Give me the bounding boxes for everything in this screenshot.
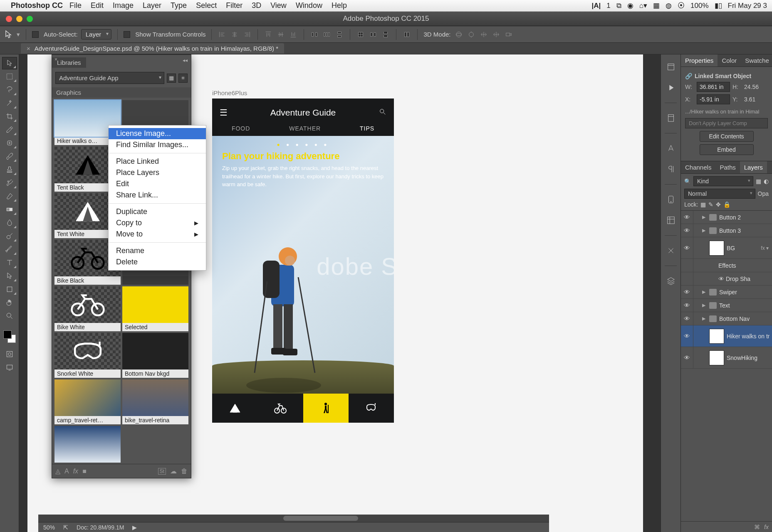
library-item[interactable]: camp_travel-ret… bbox=[54, 379, 121, 424]
library-item[interactable]: Selected bbox=[122, 286, 188, 331]
context-menu-item[interactable]: Duplicate bbox=[109, 206, 206, 217]
layer-row[interactable]: 👁▶Button 2 bbox=[681, 211, 772, 224]
para-icon[interactable] bbox=[665, 163, 677, 175]
battery-icon[interactable]: ▮▯ bbox=[715, 1, 722, 10]
menu-3d[interactable]: 3D bbox=[252, 1, 261, 10]
menu-file[interactable]: File bbox=[69, 1, 82, 10]
lock-pos-icon[interactable]: ✥ bbox=[716, 201, 721, 208]
minimize-icon[interactable] bbox=[16, 16, 22, 22]
prop-w-input[interactable] bbox=[697, 82, 730, 92]
library-selector[interactable]: Adventure Guide App bbox=[55, 72, 164, 84]
marquee-tool[interactable] bbox=[2, 70, 17, 83]
add-char-icon[interactable]: A bbox=[64, 468, 69, 475]
h-scrollbar[interactable] bbox=[38, 515, 549, 522]
add-graphic-icon[interactable]: ◬ bbox=[55, 467, 60, 475]
tab-paths[interactable]: Paths bbox=[715, 161, 740, 173]
library-item[interactable]: bike_travel-retina bbox=[122, 379, 188, 424]
layer-row[interactable]: 👁▶Swiper bbox=[681, 286, 772, 299]
visibility-icon[interactable]: 👁 bbox=[681, 312, 693, 325]
edit-contents-button[interactable]: Edit Contents bbox=[700, 131, 754, 142]
tab-properties[interactable]: Properties bbox=[681, 54, 718, 66]
notif-badge[interactable]: 1 bbox=[606, 2, 610, 10]
dist-1-icon[interactable] bbox=[310, 30, 319, 39]
prop-x-input[interactable] bbox=[697, 94, 730, 104]
document-tab[interactable]: × AdventureGuide_DesignSpace.psd @ 50% (… bbox=[21, 43, 284, 54]
pen-tool[interactable] bbox=[2, 243, 17, 256]
tab-layers[interactable]: Layers bbox=[740, 161, 767, 173]
align-left-icon[interactable] bbox=[218, 30, 227, 39]
h-scroll-thumb[interactable] bbox=[283, 516, 358, 521]
clock[interactable]: Fri May 29 3 bbox=[728, 2, 767, 10]
layer-row[interactable]: 👁Drop Sha bbox=[681, 272, 772, 286]
type-tool[interactable] bbox=[2, 256, 17, 269]
context-menu-item[interactable]: Share Link... bbox=[109, 190, 206, 201]
roll-icon[interactable] bbox=[467, 30, 476, 39]
visibility-icon[interactable]: 👁 bbox=[681, 211, 693, 224]
expose-icon[interactable]: ⇱ bbox=[63, 524, 68, 531]
menu-view[interactable]: View bbox=[270, 1, 287, 10]
dodge-tool[interactable] bbox=[2, 230, 17, 242]
list-view-icon[interactable]: ≡ bbox=[178, 74, 188, 83]
globe-icon[interactable]: ◍ bbox=[666, 1, 672, 10]
panel-close-icon[interactable]: × bbox=[54, 57, 57, 62]
stamp-tool[interactable] bbox=[2, 163, 17, 176]
gradient-tool[interactable] bbox=[2, 203, 17, 216]
blur-tool[interactable] bbox=[2, 217, 17, 229]
context-menu-item[interactable]: Find Similar Images... bbox=[109, 139, 206, 150]
trash-icon[interactable]: 🗑 bbox=[181, 468, 188, 475]
filter-pixel-icon[interactable]: ▦ bbox=[756, 178, 761, 185]
lock-all-icon[interactable]: 🔒 bbox=[723, 201, 730, 208]
tab-swatches[interactable]: Swatche bbox=[741, 54, 772, 66]
grid-icon[interactable]: ▦ bbox=[653, 1, 660, 10]
context-menu-item[interactable]: Delete bbox=[109, 256, 206, 268]
heal-tool[interactable] bbox=[2, 137, 17, 149]
tab-channels[interactable]: Channels bbox=[681, 161, 715, 173]
auto-select-checkbox[interactable] bbox=[32, 31, 39, 38]
align-top-icon[interactable] bbox=[264, 30, 273, 39]
cc-icon[interactable]: ◉ bbox=[627, 1, 633, 10]
wand-tool[interactable] bbox=[2, 97, 17, 109]
dist-2-icon[interactable] bbox=[322, 30, 332, 39]
orbit-icon[interactable] bbox=[454, 30, 463, 39]
grid-view-icon[interactable]: ▦ bbox=[167, 74, 176, 83]
library-item[interactable]: Bottom Nav bkgd bbox=[122, 333, 188, 378]
battery-percent[interactable]: 100% bbox=[690, 2, 708, 10]
visibility-icon[interactable] bbox=[681, 259, 693, 272]
zoom-level[interactable]: 50% bbox=[43, 524, 55, 531]
context-menu[interactable]: License Image...Find Similar Images...Pl… bbox=[108, 125, 206, 271]
context-menu-item[interactable]: Copy to▶ bbox=[109, 217, 206, 229]
context-menu-item[interactable]: Move to▶ bbox=[109, 229, 206, 240]
panel-collapse-icon[interactable]: ◂◂ bbox=[183, 57, 188, 63]
wifi-icon[interactable]: ⦿ bbox=[678, 2, 685, 10]
context-menu-item[interactable]: Place Linked bbox=[109, 156, 206, 167]
visibility-icon[interactable]: 👁 bbox=[681, 224, 693, 237]
layers-list[interactable]: 👁▶Button 2👁▶Button 3👁BGfx ▾Effects👁Drop … bbox=[681, 211, 772, 521]
layer-row[interactable]: Effects bbox=[681, 259, 772, 272]
traffic-lights[interactable] bbox=[0, 16, 33, 22]
status-arrow-icon[interactable]: ▶ bbox=[132, 524, 137, 531]
library-item[interactable]: Snorkel White bbox=[54, 333, 121, 378]
lock-paint-icon[interactable]: ✎ bbox=[708, 201, 713, 208]
brush-tool[interactable] bbox=[2, 150, 17, 163]
hand-tool[interactable] bbox=[2, 296, 17, 309]
tab-color[interactable]: Color bbox=[718, 54, 741, 66]
show-transform-checkbox[interactable] bbox=[124, 31, 130, 38]
add-fx-icon[interactable]: fx bbox=[73, 468, 78, 475]
layer-comp-dropdown[interactable]: Don't Apply Layer Comp bbox=[685, 118, 768, 128]
lock-trans-icon[interactable]: ▦ bbox=[700, 201, 706, 208]
align-vcenter-icon[interactable] bbox=[276, 30, 285, 39]
visibility-icon[interactable]: 👁 bbox=[681, 299, 693, 312]
library-item[interactable] bbox=[54, 426, 121, 463]
context-menu-item[interactable]: Rename bbox=[109, 245, 206, 256]
layer-row[interactable]: 👁▶Text bbox=[681, 299, 772, 312]
align-hcenter-icon[interactable] bbox=[230, 30, 239, 39]
align-right-icon[interactable] bbox=[242, 30, 252, 39]
lasso-tool[interactable] bbox=[2, 84, 17, 96]
char-icon[interactable] bbox=[665, 143, 677, 154]
align-bottom-icon[interactable] bbox=[289, 30, 298, 39]
adobe-icon[interactable]: |A| bbox=[591, 2, 601, 10]
visibility-icon[interactable]: 👁 bbox=[681, 347, 693, 368]
dist-6-icon[interactable] bbox=[381, 30, 390, 39]
menu-window[interactable]: Window bbox=[296, 1, 322, 10]
crop-tool[interactable] bbox=[2, 110, 17, 123]
